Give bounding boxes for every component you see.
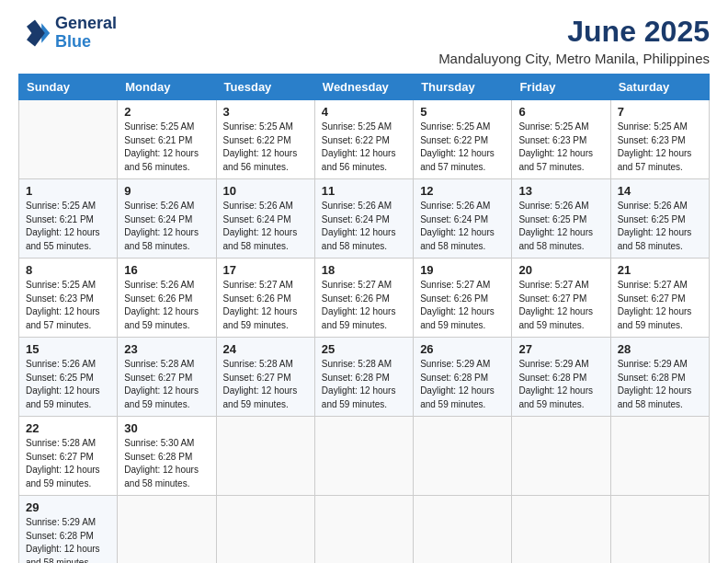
day-info: Sunrise: 5:25 AMSunset: 6:21 PMDaylight:…: [26, 201, 100, 251]
day-info: Sunrise: 5:26 AMSunset: 6:25 PMDaylight:…: [518, 201, 593, 251]
table-row: [216, 417, 314, 496]
table-row: [610, 496, 709, 564]
day-info: Sunrise: 5:27 AMSunset: 6:26 PMDaylight:…: [322, 280, 396, 330]
header-wednesday: Wednesday: [314, 75, 413, 100]
table-row: 18 Sunrise: 5:27 AMSunset: 6:26 PMDaylig…: [314, 259, 413, 338]
table-row: 13 Sunrise: 5:26 AMSunset: 6:25 PMDaylig…: [512, 179, 610, 259]
day-info: Sunrise: 5:27 AMSunset: 6:27 PMDaylight:…: [518, 280, 593, 330]
title-block: June 2025 Mandaluyong City, Metro Manila…: [438, 15, 710, 66]
table-row: 14 Sunrise: 5:26 AMSunset: 6:25 PMDaylig…: [610, 179, 709, 259]
table-row: 10 Sunrise: 5:26 AMSunset: 6:24 PMDaylig…: [216, 179, 314, 259]
day-info: Sunrise: 5:28 AMSunset: 6:27 PMDaylight:…: [124, 359, 199, 409]
table-row: 6 Sunrise: 5:25 AMSunset: 6:23 PMDayligh…: [512, 100, 610, 179]
day-number: 19: [420, 263, 505, 277]
table-row: 11 Sunrise: 5:26 AMSunset: 6:24 PMDaylig…: [314, 179, 413, 259]
day-number: 29: [26, 500, 110, 514]
day-info: Sunrise: 5:26 AMSunset: 6:24 PMDaylight:…: [223, 201, 298, 251]
logo-line2: Blue: [55, 33, 117, 52]
day-info: Sunrise: 5:28 AMSunset: 6:27 PMDaylight:…: [223, 359, 298, 409]
logo: General Blue: [18, 15, 117, 52]
day-number: 28: [618, 342, 702, 356]
table-row: 19 Sunrise: 5:27 AMSunset: 6:26 PMDaylig…: [414, 259, 512, 338]
day-info: Sunrise: 5:27 AMSunset: 6:26 PMDaylight:…: [420, 280, 495, 330]
header-sunday: Sunday: [19, 75, 118, 100]
day-number: 13: [518, 184, 603, 198]
day-number: 11: [322, 184, 406, 198]
table-row: [610, 417, 709, 496]
calendar-subtitle: Mandaluyong City, Metro Manila, Philippi…: [438, 51, 710, 66]
day-info: Sunrise: 5:29 AMSunset: 6:28 PMDaylight:…: [518, 359, 593, 409]
day-info: Sunrise: 5:29 AMSunset: 6:28 PMDaylight:…: [618, 359, 692, 409]
day-info: Sunrise: 5:25 AMSunset: 6:22 PMDaylight:…: [420, 121, 495, 172]
calendar-week-row: 1 Sunrise: 5:25 AMSunset: 6:21 PMDayligh…: [19, 179, 710, 259]
calendar-week-row: 29 Sunrise: 5:29 AMSunset: 6:28 PMDaylig…: [19, 496, 710, 564]
day-info: Sunrise: 5:26 AMSunset: 6:24 PMDaylight:…: [124, 201, 199, 251]
day-info: Sunrise: 5:30 AMSunset: 6:28 PMDaylight:…: [124, 438, 199, 488]
day-number: 2: [124, 105, 209, 119]
day-info: Sunrise: 5:26 AMSunset: 6:26 PMDaylight:…: [124, 280, 199, 330]
day-info: Sunrise: 5:25 AMSunset: 6:23 PMDaylight:…: [26, 280, 100, 330]
table-row: 1 Sunrise: 5:25 AMSunset: 6:21 PMDayligh…: [19, 179, 118, 259]
table-row: 2 Sunrise: 5:25 AMSunset: 6:21 PMDayligh…: [118, 100, 216, 179]
table-row: [216, 496, 314, 564]
day-number: 6: [518, 105, 603, 119]
day-info: Sunrise: 5:25 AMSunset: 6:23 PMDaylight:…: [618, 121, 692, 172]
day-info: Sunrise: 5:27 AMSunset: 6:26 PMDaylight:…: [223, 280, 298, 330]
logo-line1: General: [55, 15, 117, 33]
day-info: Sunrise: 5:26 AMSunset: 6:25 PMDaylight:…: [618, 201, 692, 251]
calendar-week-row: 22 Sunrise: 5:28 AMSunset: 6:27 PMDaylig…: [19, 417, 710, 496]
day-number: 23: [124, 342, 209, 356]
table-row: 30 Sunrise: 5:30 AMSunset: 6:28 PMDaylig…: [118, 417, 216, 496]
header-friday: Friday: [512, 75, 610, 100]
day-info: Sunrise: 5:25 AMSunset: 6:21 PMDaylight:…: [124, 121, 199, 172]
day-number: 3: [223, 105, 308, 119]
day-number: 7: [618, 105, 702, 119]
table-row: [414, 496, 512, 564]
calendar-week-row: 2 Sunrise: 5:25 AMSunset: 6:21 PMDayligh…: [19, 100, 710, 179]
calendar-table: Sunday Monday Tuesday Wednesday Thursday…: [18, 74, 710, 563]
day-info: Sunrise: 5:26 AMSunset: 6:25 PMDaylight:…: [26, 359, 100, 409]
table-row: 16 Sunrise: 5:26 AMSunset: 6:26 PMDaylig…: [118, 259, 216, 338]
page-header: General Blue June 2025 Mandaluyong City,…: [18, 15, 710, 66]
day-number: 4: [322, 105, 406, 119]
day-info: Sunrise: 5:29 AMSunset: 6:28 PMDaylight:…: [420, 359, 495, 409]
table-row: [512, 496, 610, 564]
table-row: [118, 496, 216, 564]
day-number: 20: [518, 263, 603, 277]
table-row: 9 Sunrise: 5:26 AMSunset: 6:24 PMDayligh…: [118, 179, 216, 259]
table-row: 5 Sunrise: 5:25 AMSunset: 6:22 PMDayligh…: [414, 100, 512, 179]
table-row: 27 Sunrise: 5:29 AMSunset: 6:28 PMDaylig…: [512, 338, 610, 417]
table-row: [19, 100, 118, 179]
day-number: 21: [618, 263, 702, 277]
day-number: 16: [124, 263, 209, 277]
day-number: 9: [124, 184, 209, 198]
day-number: 18: [322, 263, 406, 277]
table-row: 23 Sunrise: 5:28 AMSunset: 6:27 PMDaylig…: [118, 338, 216, 417]
day-info: Sunrise: 5:28 AMSunset: 6:28 PMDaylight:…: [322, 359, 396, 409]
day-info: Sunrise: 5:26 AMSunset: 6:24 PMDaylight:…: [420, 201, 495, 251]
calendar-title: June 2025: [438, 15, 710, 49]
table-row: 12 Sunrise: 5:26 AMSunset: 6:24 PMDaylig…: [414, 179, 512, 259]
table-row: 26 Sunrise: 5:29 AMSunset: 6:28 PMDaylig…: [414, 338, 512, 417]
day-number: 10: [223, 184, 308, 198]
day-number: 17: [223, 263, 308, 277]
day-info: Sunrise: 5:29 AMSunset: 6:28 PMDaylight:…: [26, 517, 100, 563]
table-row: 21 Sunrise: 5:27 AMSunset: 6:27 PMDaylig…: [610, 259, 709, 338]
table-row: 22 Sunrise: 5:28 AMSunset: 6:27 PMDaylig…: [19, 417, 118, 496]
day-number: 26: [420, 342, 505, 356]
table-row: 17 Sunrise: 5:27 AMSunset: 6:26 PMDaylig…: [216, 259, 314, 338]
day-info: Sunrise: 5:25 AMSunset: 6:22 PMDaylight:…: [322, 121, 396, 172]
day-info: Sunrise: 5:25 AMSunset: 6:23 PMDaylight:…: [518, 121, 593, 172]
day-number: 15: [26, 342, 110, 356]
day-number: 5: [420, 105, 505, 119]
table-row: 29 Sunrise: 5:29 AMSunset: 6:28 PMDaylig…: [19, 496, 118, 564]
table-row: 25 Sunrise: 5:28 AMSunset: 6:28 PMDaylig…: [314, 338, 413, 417]
header-saturday: Saturday: [610, 75, 709, 100]
table-row: 4 Sunrise: 5:25 AMSunset: 6:22 PMDayligh…: [314, 100, 413, 179]
day-number: 27: [518, 342, 603, 356]
day-info: Sunrise: 5:26 AMSunset: 6:24 PMDaylight:…: [322, 201, 396, 251]
svg-marker-1: [27, 19, 45, 46]
day-number: 8: [26, 263, 110, 277]
header-tuesday: Tuesday: [216, 75, 314, 100]
header-thursday: Thursday: [414, 75, 512, 100]
